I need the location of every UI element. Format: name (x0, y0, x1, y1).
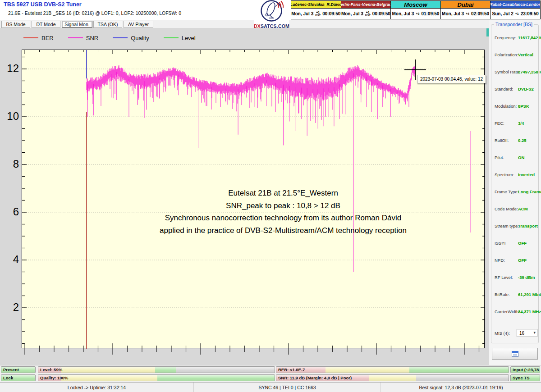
clock-4: DubaiMon, Jul 3+402:09:50 (440, 1, 491, 19)
transponder-row-label: BitRate: (495, 292, 518, 297)
world-clocks-panel: Lučenec-Slovakia_R.DávidMon, Jul 3+1DST0… (291, 0, 541, 19)
chevron-down-icon: ▾ (533, 330, 536, 335)
tab-tsa-ok-[interactable]: TSA (OK) (93, 21, 122, 28)
y-tick-label-12: 12 (0, 62, 19, 75)
clock-timezone-offset: +1DST (365, 11, 371, 17)
legend-item-quality: Quality (113, 35, 163, 41)
transponder-row: Stream type:Transport (495, 223, 538, 228)
gauge-lock: Lock (1, 374, 36, 381)
gauge-shine (38, 375, 275, 381)
app-title: TBS 5927 USB DVB-S2 Tuner (4, 1, 82, 8)
legend-label: Level (182, 35, 196, 41)
gauge-label-sync: Sync TS (513, 375, 530, 380)
transponder-row: NPD:OFF (495, 258, 538, 263)
tab-dt-mode[interactable]: DT Mode (32, 21, 60, 28)
transponder-row-label: RollOff: (495, 138, 518, 143)
window-list-icon (512, 351, 518, 357)
status-gauges: PresentLevel: 59%BER: <1.0E-7Input (~23,… (0, 365, 541, 382)
transponder-row-label: Frame Type: (495, 189, 518, 194)
transponder-row: BitRate:61,291 Mbit/s (495, 292, 538, 297)
clock-hms: 00:09:50 (372, 11, 390, 16)
gauge-snr: SNR: 11,9 dB (Margin: 4,0 dB | Poor) (276, 374, 509, 381)
legend-item-snr: SNR (68, 35, 113, 41)
clock-timezone-offset: +1DST (315, 11, 321, 17)
clock-hms: 23:09:50 (521, 11, 539, 16)
transponder-row-label: Stream type: (495, 223, 518, 228)
mis-dropdown[interactable]: 16 ▾ (517, 329, 537, 337)
tz-offset-sup: +4 (466, 12, 469, 15)
gauge-level: Level: 59% (38, 366, 275, 373)
gauge-label-input: Input (~23,78 Mbps) (513, 367, 540, 372)
transponder-row-value: 8PSK (518, 104, 529, 109)
clock-city-label: Moscow (391, 1, 440, 9)
tab-bs-mode[interactable]: BS Mode (1, 21, 30, 28)
gauge-present: Present (1, 366, 36, 373)
stream-list-button[interactable] (492, 348, 538, 360)
tz-dst-label: DST (315, 14, 321, 17)
transponder-row-value: ACM (518, 206, 528, 211)
transponder-row-label: RF Level: (495, 275, 518, 280)
clock-date: Sun, Jul 2 (492, 11, 513, 16)
logo-text-dx: DX (254, 23, 261, 29)
app-window: TBS 5927 USB DVB-S2 Tuner 21.6E - Eutels… (0, 0, 541, 392)
clock-time-value: Mon, Jul 3+301:09:50 (391, 9, 440, 19)
status-sync-counters: SYNC 46 | TEI 0 | CC 1663 (194, 383, 381, 392)
legend-line-quality (113, 37, 128, 38)
transponder-row-value: Inverted (518, 172, 535, 177)
transponder-row-label: Modulation: (495, 104, 518, 109)
transponder-row-label: NPD: (495, 258, 518, 263)
transponder-panel: Transponder [BS] Frequency:11617,842 MHz… (489, 20, 541, 365)
signal-chart-region: BERSNRQualityLevel 24681012 Eutelsat 21B… (0, 28, 489, 365)
gauge-label-present: Present (3, 367, 19, 372)
legend-item-level: Level (164, 35, 210, 41)
clock-1: Lučenec-Slovakia_R.DávidMon, Jul 3+1DST0… (291, 1, 341, 19)
logo-text-satcs: SATCS.COM (261, 23, 289, 29)
clock-timezone-offset: +3 (416, 12, 419, 15)
transponder-row-label: Standard: (495, 87, 518, 91)
dxsatcs-logo: DXSATCS.COM (254, 0, 289, 28)
transponder-row-value: Vertical (518, 52, 533, 57)
mis-label: MIS (4): (495, 331, 518, 336)
transponder-row: Code Mode:ACM (495, 206, 538, 211)
clock-date: Mon, Jul 3 (341, 11, 363, 16)
chart-annotation: Eutelsat 21B at 21.5°E_Western SNR_peak … (58, 187, 509, 237)
gauge-ber: BER: <1.0E-7 (276, 366, 509, 373)
transponder-row-value: DVB-S2 (518, 87, 534, 91)
transponder-row-label: Spectrum: (495, 172, 518, 177)
gauge-input: Input (~23,78 Mbps) (510, 366, 540, 373)
transponder-row: CarrierWidth:34,371 MHz (495, 309, 538, 314)
clock-hms: 01:09:50 (421, 11, 439, 16)
transponder-row-value: -39 dBm (518, 275, 535, 280)
tz-offset-sup: +1 (515, 12, 519, 15)
clock-date: Mon, Jul 3 (392, 11, 414, 16)
y-tick-label-6: 6 (0, 205, 19, 219)
transponder-row-label: Pilot: (495, 155, 518, 160)
tab-av-player[interactable]: AV Player (124, 21, 153, 28)
clock-time-value: Sun, Jul 2+123:09:50 (491, 9, 540, 19)
clock-2: Berlin-Paris-Vienna-BelgradeMon, Jul 3+1… (341, 1, 391, 19)
transponder-row-value: 3/4 (518, 121, 524, 126)
legend-line-level (164, 37, 179, 38)
transponder-row: FEC:3/4 (495, 121, 538, 126)
splitter-handle[interactable] (486, 28, 489, 36)
gauge-label-ber: BER: <1.0E-7 (278, 367, 305, 372)
clock-date: Mon, Jul 3 (442, 11, 464, 16)
annotation-line-1: Eutelsat 21B at 21.5°E_Western (58, 187, 509, 200)
clock-hms: 00:09:50 (322, 11, 340, 16)
gauge-label-level: Level: 59% (40, 367, 62, 372)
tz-offset-sup: +1 (366, 11, 370, 14)
transponder-row-label: FEC: (495, 121, 518, 126)
transponder-row: Frequency:11617,842 MHz (495, 35, 538, 40)
transponder-row-label: CarrierWidth: (495, 309, 518, 314)
annotation-line-4: applied in the practice of DVB-S2-Multis… (58, 224, 509, 237)
tz-dst-label: DST (365, 14, 371, 17)
status-best-signal: Best signal: 12,3 dB (2023-07-01 19:19) (381, 383, 541, 392)
tab-signal-mon-[interactable]: Signal Mon. (62, 21, 92, 28)
mis-dropdown-value: 16 (519, 331, 524, 336)
cursor-tooltip: 2023-07-03 00.04.45, value: 12 (417, 75, 486, 83)
y-tick-label-4: 4 (0, 253, 19, 266)
clock-hms: 02:09:50 (471, 11, 489, 16)
transponder-row: Symbol Rate:27497,258 KS/s (495, 69, 538, 74)
transponder-row: RollOff:0.25 (495, 138, 538, 143)
gauge-label-lock: Lock (3, 375, 13, 380)
